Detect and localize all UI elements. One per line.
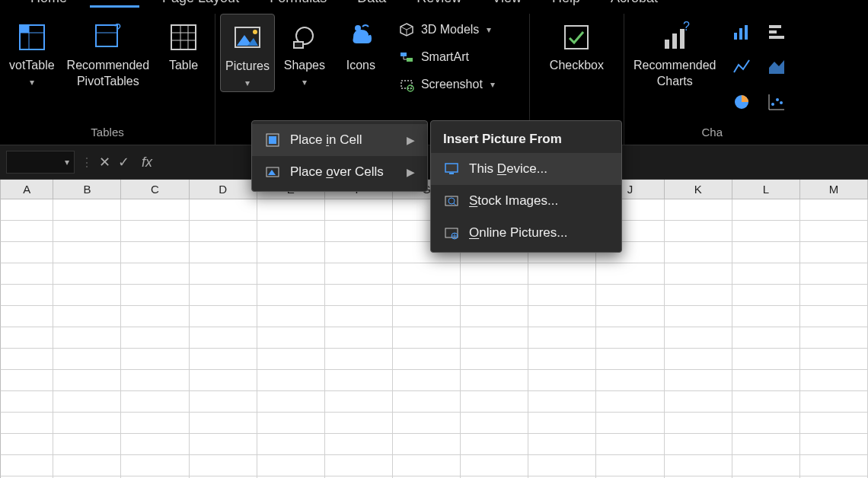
cell[interactable] <box>257 242 325 263</box>
cell[interactable] <box>190 391 257 413</box>
line-chart-button[interactable] <box>726 52 757 82</box>
cell[interactable] <box>800 370 868 391</box>
tab-insert[interactable]: Insert <box>90 0 139 8</box>
cell[interactable] <box>121 413 189 434</box>
cell[interactable] <box>1 306 53 327</box>
cell[interactable] <box>732 221 800 242</box>
cell[interactable] <box>732 199 800 221</box>
cell[interactable] <box>665 263 732 285</box>
tab-page-layout[interactable]: Page Layout <box>155 0 247 8</box>
cell[interactable] <box>393 285 461 306</box>
cell[interactable] <box>596 434 664 455</box>
cell[interactable] <box>257 221 325 242</box>
cell[interactable] <box>190 349 257 370</box>
cell[interactable] <box>257 263 325 285</box>
cell[interactable] <box>528 391 596 413</box>
col-header[interactable]: D <box>190 180 257 199</box>
pivottable-button[interactable]: votTable ▾ <box>5 14 59 91</box>
cell[interactable] <box>732 242 800 263</box>
cell[interactable] <box>325 413 393 434</box>
cell[interactable] <box>528 327 596 349</box>
cell[interactable] <box>121 455 189 476</box>
cell[interactable] <box>800 413 868 434</box>
smartart-button[interactable]: SmartArt <box>394 46 499 69</box>
cell[interactable] <box>257 199 325 221</box>
cell[interactable] <box>461 349 528 370</box>
cell[interactable] <box>53 285 121 306</box>
cell[interactable] <box>732 455 800 476</box>
cell[interactable] <box>665 199 732 221</box>
cell[interactable] <box>325 221 393 242</box>
cell[interactable] <box>257 370 325 391</box>
cell[interactable] <box>121 349 189 370</box>
cell[interactable] <box>325 285 393 306</box>
cell[interactable] <box>257 349 325 370</box>
checkbox-button[interactable]: Checkbox <box>545 14 608 77</box>
tab-home[interactable]: Home <box>23 0 75 8</box>
cell[interactable] <box>190 327 257 349</box>
cell[interactable] <box>190 434 257 455</box>
cell[interactable] <box>325 349 393 370</box>
cell[interactable] <box>596 349 664 370</box>
cell[interactable] <box>393 263 461 285</box>
cell[interactable] <box>121 327 189 349</box>
name-box[interactable]: ▾ <box>6 151 75 174</box>
pie-chart-button[interactable] <box>726 87 757 117</box>
col-header[interactable]: A <box>1 180 53 199</box>
cell[interactable] <box>53 221 121 242</box>
cell[interactable] <box>528 306 596 327</box>
cell[interactable] <box>596 306 664 327</box>
cell[interactable] <box>393 455 461 476</box>
cell[interactable] <box>53 455 121 476</box>
cell[interactable] <box>190 221 257 242</box>
table-button[interactable]: Table <box>157 14 210 77</box>
cell[interactable] <box>121 434 189 455</box>
cell[interactable] <box>528 434 596 455</box>
cell[interactable] <box>121 306 189 327</box>
cell[interactable] <box>121 242 189 263</box>
cell[interactable] <box>800 327 868 349</box>
place-over-cells-item[interactable]: Place over Cells ▶ <box>252 156 427 188</box>
cell[interactable] <box>461 285 528 306</box>
shapes-button[interactable]: Shapes ▾ <box>278 14 331 91</box>
cell[interactable] <box>257 306 325 327</box>
cell[interactable] <box>190 306 257 327</box>
cell[interactable] <box>461 391 528 413</box>
cell[interactable] <box>325 434 393 455</box>
cell[interactable] <box>1 221 53 242</box>
cell[interactable] <box>190 285 257 306</box>
cell[interactable] <box>53 263 121 285</box>
cell[interactable] <box>596 263 664 285</box>
cell[interactable] <box>732 413 800 434</box>
cell[interactable] <box>665 242 732 263</box>
cell[interactable] <box>800 285 868 306</box>
cancel-formula-button[interactable]: ✕ <box>99 154 110 170</box>
cell[interactable] <box>800 199 868 221</box>
cell[interactable] <box>665 391 732 413</box>
cell[interactable] <box>325 263 393 285</box>
online-pictures-item[interactable]: Online Pictures... <box>431 217 621 249</box>
cell[interactable] <box>1 349 53 370</box>
cell[interactable] <box>325 242 393 263</box>
column-chart-button[interactable] <box>726 17 757 47</box>
cell[interactable] <box>732 285 800 306</box>
cell[interactable] <box>800 391 868 413</box>
cell[interactable] <box>800 349 868 370</box>
cell[interactable] <box>1 263 53 285</box>
cell[interactable] <box>528 370 596 391</box>
cell[interactable] <box>461 455 528 476</box>
cell[interactable] <box>121 199 189 221</box>
cell[interactable] <box>325 370 393 391</box>
cell[interactable] <box>596 327 664 349</box>
cell[interactable] <box>732 434 800 455</box>
cell[interactable] <box>53 370 121 391</box>
cell[interactable] <box>732 370 800 391</box>
cell[interactable] <box>257 413 325 434</box>
cell[interactable] <box>53 199 121 221</box>
this-device-item[interactable]: This Device... <box>431 153 621 185</box>
cell[interactable] <box>732 391 800 413</box>
fx-label[interactable]: fx <box>142 155 152 170</box>
3d-models-button[interactable]: 3D Models ▾ <box>394 18 499 41</box>
col-header[interactable]: C <box>121 180 189 199</box>
cell[interactable] <box>325 327 393 349</box>
